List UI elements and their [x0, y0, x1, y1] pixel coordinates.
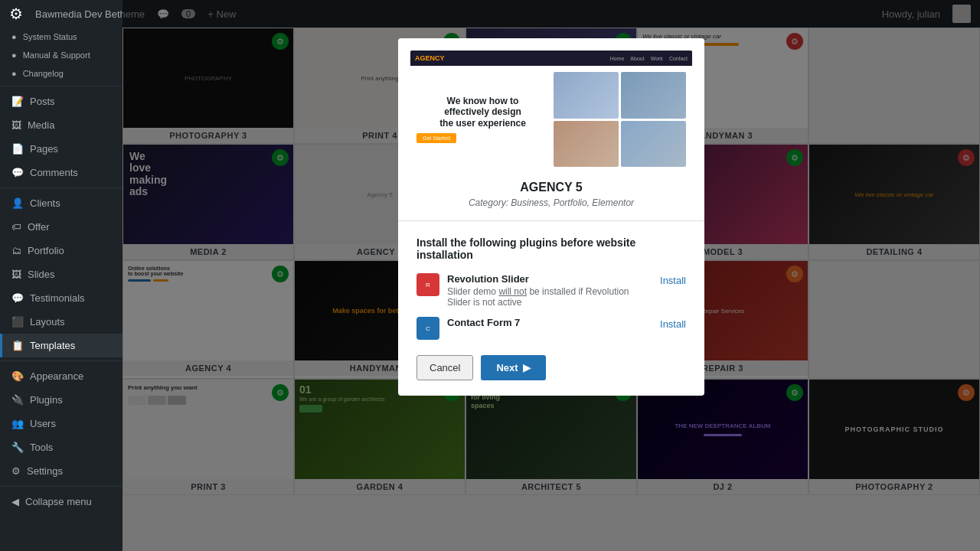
sidebar-item-changelog[interactable]: ● Changelog — [0, 64, 122, 83]
plugin-row-revolution-slider: R Revolution Slider Slider demo will not… — [416, 273, 686, 308]
plugin-row-cf7: C Contact Form 7 Install — [416, 317, 686, 340]
plugin-name-revolution: Revolution Slider — [447, 273, 652, 285]
sidebar-item-manual-support[interactable]: ● Manual & Support — [0, 46, 122, 64]
main-content: PHOTOGRAPHY ⚙ PHOTOGRAPHY 3 Print anythi… — [122, 0, 980, 551]
sidebar-item-users[interactable]: 👥 Users — [0, 412, 122, 435]
wp-logo-icon: ⚙ — [9, 5, 23, 23]
sidebar-item-slides[interactable]: 🖼 Slides — [0, 262, 122, 286]
preview-logo: AGENCY — [415, 54, 445, 62]
settings-icon: ⚙ — [11, 465, 21, 477]
sidebar-item-comments[interactable]: 💬 Comments — [0, 161, 122, 184]
sidebar-item-layouts[interactable]: ⬛ Layouts — [0, 310, 122, 334]
modal-actions: Cancel Next ▶ — [416, 355, 686, 380]
modal-install-dialog: Install the following plugins before web… — [398, 220, 704, 396]
media-icon: 🖼 — [11, 119, 21, 131]
sidebar-item-media[interactable]: 🖼 Media — [0, 113, 122, 137]
next-button[interactable]: Next ▶ — [481, 355, 545, 380]
preview-nav-item: Contact — [669, 56, 688, 61]
collapse-icon: ◀ — [11, 496, 19, 507]
sidebar-item-templates[interactable]: 📋 Templates — [0, 334, 122, 357]
sidebar-item-settings[interactable]: ⚙ Settings — [0, 459, 122, 483]
sidebar-item-system-status[interactable]: ● System Status — [0, 28, 122, 46]
install-link-cf7[interactable]: Install — [660, 317, 686, 330]
plugin-info-cf7: Contact Form 7 — [447, 317, 652, 328]
sidebar-item-testimonials[interactable]: 💬 Testimonials — [0, 286, 122, 310]
svg-text:R: R — [426, 282, 430, 289]
layouts-icon: ⬛ — [11, 316, 24, 328]
sidebar-item-portfolio[interactable]: 🗂 Portfolio — [0, 239, 122, 262]
preview-nav-item: Work — [651, 56, 663, 61]
sidebar-item-clients[interactable]: 👤 Clients — [0, 191, 122, 215]
plugins-icon: 🔌 — [11, 394, 24, 406]
templates-icon: 📋 — [11, 340, 24, 351]
changelog-icon: ● — [11, 69, 17, 78]
plugin-name-cf7: Contact Form 7 — [447, 317, 652, 328]
testimonials-icon: 💬 — [11, 292, 24, 304]
modal-preview-image: AGENCY Home About Work Contact We know h… — [410, 51, 692, 173]
offer-icon: 🏷 — [11, 221, 21, 233]
sidebar-item-appearance[interactable]: 🎨 Appearance — [0, 364, 122, 388]
preview-nav-item: About — [630, 56, 644, 61]
sidebar-item-offer[interactable]: 🏷 Offer — [0, 215, 122, 239]
portfolio-icon: 🗂 — [11, 245, 21, 256]
install-link-revolution[interactable]: Install — [660, 273, 686, 286]
sidebar-item-plugins[interactable]: 🔌 Plugins — [0, 388, 122, 412]
modal-install-heading: Install the following plugins before web… — [416, 236, 686, 261]
plugin-info-revolution-slider: Revolution Slider Slider demo will not b… — [447, 273, 652, 308]
sidebar-item-pages[interactable]: 📄 Pages — [0, 137, 122, 161]
preview-hero-images — [554, 72, 686, 167]
modal-preview: × AGENCY Home About Work Contact — [398, 38, 704, 220]
cf7-icon: C — [416, 317, 439, 340]
tools-icon: 🔧 — [11, 442, 24, 453]
svg-text:C: C — [426, 325, 430, 332]
modal-container: × AGENCY Home About Work Contact — [398, 38, 704, 396]
modal-category: Category: Business, Portfolio, Elementor — [410, 197, 692, 208]
sidebar-item-tools[interactable]: 🔧 Tools — [0, 435, 122, 459]
appearance-icon: 🎨 — [11, 370, 24, 382]
preview-hero-text: We know how toeffectively designthe user… — [416, 72, 549, 167]
plugin-note-revolution: Slider demo will not be installed if Rev… — [447, 286, 652, 308]
slides-icon: 🖼 — [11, 269, 21, 280]
clients-icon: 👤 — [11, 197, 24, 209]
sidebar-item-collapse[interactable]: ◀ Collapse menu — [0, 490, 122, 514]
sidebar-item-posts[interactable]: 📝 Posts — [0, 90, 122, 113]
users-icon: 👥 — [11, 418, 24, 429]
system-icon: ● — [11, 32, 17, 41]
comments-nav-icon: 💬 — [11, 167, 24, 178]
posts-icon: 📝 — [11, 96, 24, 107]
modal-title: AGENCY 5 — [410, 181, 692, 194]
cancel-button[interactable]: Cancel — [416, 355, 473, 380]
pages-icon: 📄 — [11, 143, 24, 155]
next-arrow-icon: ▶ — [523, 362, 531, 373]
revolution-slider-icon: R — [416, 273, 439, 296]
sidebar: ● System Status ● Manual & Support ● Cha… — [0, 0, 122, 551]
preview-nav-item: Home — [610, 56, 625, 61]
manual-icon: ● — [11, 51, 17, 60]
